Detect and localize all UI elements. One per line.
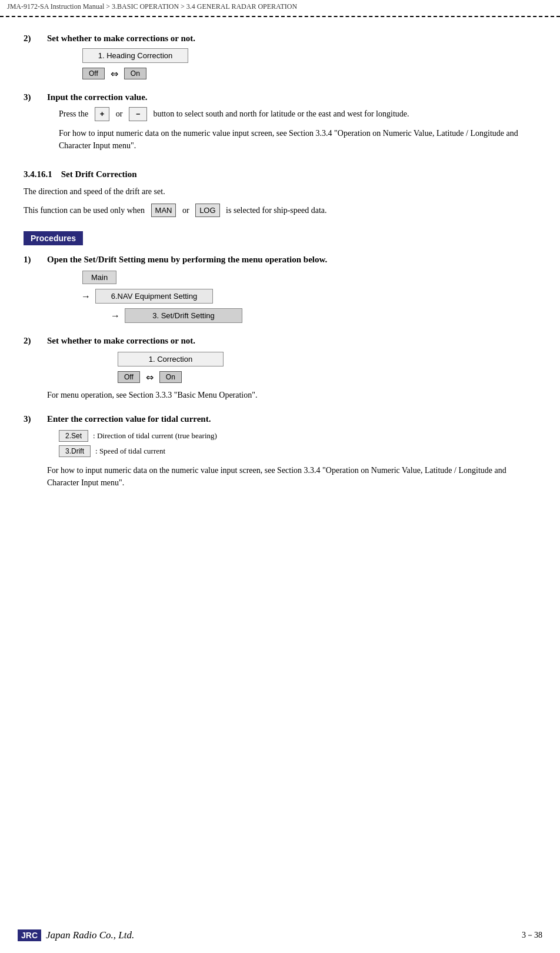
footer: JRC Japan Radio Co., Ltd. 3－38 — [0, 929, 560, 941]
minus-button[interactable]: － — [129, 107, 147, 121]
step-heading-1: Open the Set/Drift Setting menu by perfo… — [47, 255, 536, 265]
step-heading-3-first: Input the correction value. — [47, 92, 536, 102]
step-number-3: 3) — [24, 414, 47, 424]
jrc-badge: JRC — [18, 929, 41, 941]
step-3-first: 3) Input the correction value. Press the… — [24, 92, 536, 158]
page-number: 3－38 — [522, 930, 542, 941]
section-3416-title: 3.4.16.1 Set Drift Correction — [24, 169, 536, 179]
set-desc: : Direction of tidal current (true beari… — [93, 431, 217, 441]
on-off-row-second: Off ⇔ On — [47, 371, 536, 383]
on-button-first[interactable]: On — [124, 68, 146, 79]
nav-button[interactable]: 6.NAV Equipment Setting — [95, 289, 213, 304]
log-box: LOG — [195, 204, 219, 218]
step-heading-2: Set whether to make corrections or not. — [47, 336, 536, 346]
step-number-2: 2) — [24, 336, 47, 346]
footer-logo: JRC Japan Radio Co., Ltd. — [18, 929, 134, 941]
man-box: MAN — [151, 204, 176, 218]
step3-para: For how to input numeric data on the num… — [47, 464, 536, 489]
correction-box-row: 1. Correction — [47, 352, 536, 366]
step-content-1: Open the Set/Drift Setting menu by perfo… — [47, 255, 536, 328]
step-number-3-first: 3) — [24, 92, 47, 102]
on-button-second[interactable]: On — [159, 371, 182, 383]
footer-note: For menu operation, see Section 3.3.3 "B… — [47, 389, 536, 401]
section-3416-para1: The direction and speed of the drift are… — [24, 185, 536, 198]
for-how-para-1: For how to input numeric data on the num… — [47, 127, 536, 152]
step-content-2-first: Set whether to make corrections or not. … — [47, 34, 536, 85]
step-content-2: Set whether to make corrections or not. … — [47, 336, 536, 407]
heading-correction-box: 1. Heading Correction — [82, 48, 188, 63]
step-heading-2-first: Set whether to make corrections or not. — [47, 34, 536, 44]
breadcrumb: JMA-9172-SA Instruction Manual > 3.BASIC… — [0, 0, 560, 14]
breadcrumb-text: JMA-9172-SA Instruction Manual > 3.BASIC… — [7, 2, 297, 11]
drift-setting-button[interactable]: 3. Set/Drift Setting — [125, 308, 242, 323]
step-number-2-first: 2) — [24, 34, 47, 44]
main-button[interactable]: Main — [82, 271, 116, 284]
set-row: 2.Set : Direction of tidal current (true… — [47, 430, 536, 442]
plus-button[interactable]: + — [95, 107, 110, 121]
arrow-symbol-first: ⇔ — [111, 68, 118, 79]
step-number-1: 1) — [24, 255, 47, 265]
drift-row: 3.Drift : Speed of tidal current — [47, 445, 536, 457]
step-content-3: Enter the correction value for tidal cur… — [47, 414, 536, 495]
arrow1: → — [81, 291, 91, 302]
step-content-3-first: Input the correction value. Press the + … — [47, 92, 536, 158]
step-2: 2) Set whether to make corrections or no… — [24, 336, 536, 407]
drift-flow-row: → 3. Set/Drift Setting — [47, 308, 536, 323]
step-2-first-menu-row: 1. Heading Correction — [47, 48, 536, 63]
drift-button-item[interactable]: 3.Drift — [59, 445, 91, 457]
company-name: Japan Radio Co., Ltd. — [46, 929, 134, 941]
off-button-first[interactable]: Off — [82, 68, 105, 79]
arrow-symbol-second: ⇔ — [146, 372, 154, 383]
step-heading-3: Enter the correction value for tidal cur… — [47, 414, 536, 424]
nav-flow-row: → 6.NAV Equipment Setting — [47, 289, 536, 304]
correction-box: 1. Correction — [118, 352, 224, 366]
drift-desc: : Speed of tidal current — [95, 446, 165, 456]
section-3416-para2: This function can be used only when MAN … — [24, 204, 536, 218]
press-desc: Press the + or － button to select south … — [47, 107, 536, 121]
off-button-second[interactable]: Off — [118, 371, 140, 383]
main-content: 2) Set whether to make corrections or no… — [0, 17, 560, 525]
arrow2: → — [111, 311, 120, 321]
main-button-row: Main — [47, 271, 536, 284]
step-1: 1) Open the Set/Drift Setting menu by pe… — [24, 255, 536, 328]
set-button[interactable]: 2.Set — [59, 430, 88, 442]
step-3: 3) Enter the correction value for tidal … — [24, 414, 536, 495]
step-2-first: 2) Set whether to make corrections or no… — [24, 34, 536, 85]
procedures-badge: Procedures — [24, 223, 536, 251]
on-off-row-first: Off ⇔ On — [47, 68, 536, 79]
